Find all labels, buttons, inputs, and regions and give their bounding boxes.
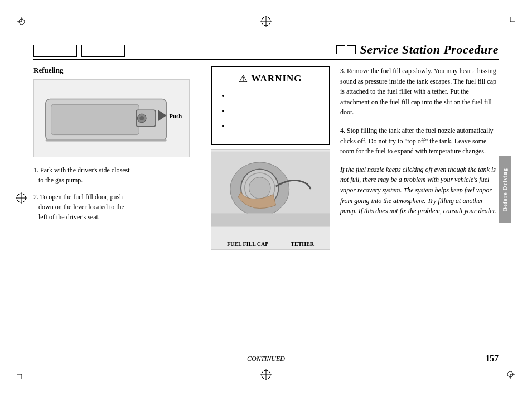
- right-column: 3. Remove the fuel fill cap slowly. You …: [335, 66, 499, 363]
- continued-text: CONTINUED: [188, 355, 344, 363]
- header-square-2: [347, 45, 356, 54]
- fuel-cap-image: FUEL FILL CAP TETHER: [211, 149, 330, 250]
- header-squares: [336, 45, 356, 54]
- section-title: Refueling: [33, 66, 206, 75]
- fuel-door-illustration: Push: [33, 79, 190, 157]
- header-tab-1: [33, 45, 77, 57]
- corner-mark-tl: [17, 17, 27, 27]
- svg-point-15: [139, 116, 144, 120]
- fuel-cap-svg: [211, 150, 330, 228]
- reg-mark-bottom: [260, 369, 272, 380]
- warning-box: ⚠ WARNING: [211, 66, 330, 145]
- svg-text:Push: Push: [170, 113, 182, 119]
- footer-right: 157: [344, 354, 499, 364]
- step-4-text: 4. Stop filling the tank after the fuel …: [340, 125, 499, 157]
- side-tab-label: Before Driving: [502, 168, 508, 211]
- corner-mark-bl: [17, 369, 27, 379]
- step-2-text: 2. To open the fuel fill door, push down…: [33, 192, 206, 222]
- svg-rect-23: [211, 213, 330, 226]
- tether-label: TETHER: [291, 241, 314, 247]
- step-1-text: 1. Park with the driver's side closest t…: [33, 165, 206, 185]
- warning-bullet-3: [230, 120, 321, 131]
- page-number: 157: [485, 354, 499, 363]
- main-content: Refueling Push 1. Park with: [33, 66, 499, 363]
- warning-header: ⚠ WARNING: [220, 73, 321, 85]
- svg-rect-17: [46, 139, 167, 141]
- italic-paragraph: If the fuel nozzle keeps clicking off ev…: [340, 165, 499, 216]
- page-title: Service Station Procedure: [360, 42, 499, 57]
- side-tab: Before Driving: [499, 156, 511, 223]
- footer: CONTINUED 157: [33, 350, 499, 364]
- warning-bullet-2: [230, 105, 321, 116]
- warning-bullet-1: [230, 90, 321, 101]
- corner-mark-tr: [505, 17, 515, 27]
- header-right: Service Station Procedure: [336, 42, 499, 57]
- warning-title: WARNING: [251, 73, 302, 84]
- fuel-door-svg: Push: [34, 80, 189, 157]
- step-3-text: 3. Remove the fuel fill cap slowly. You …: [340, 66, 499, 118]
- middle-column: ⚠ WARNING: [206, 66, 335, 363]
- header-tab-2: [81, 45, 125, 57]
- warning-triangle-icon: ⚠: [239, 73, 248, 85]
- header: Service Station Procedure: [33, 32, 499, 60]
- reg-mark-top: [260, 16, 272, 27]
- reg-mark-left: [16, 192, 27, 204]
- fuel-cap-labels: FUEL FILL CAP TETHER: [211, 239, 330, 249]
- header-tabs: [33, 45, 125, 57]
- svg-rect-12: [51, 104, 139, 134]
- svg-point-22: [249, 177, 270, 199]
- left-column: Refueling Push 1. Park with: [33, 66, 206, 363]
- corner-mark-br: [505, 369, 515, 379]
- fuel-fill-cap-label: FUEL FILL CAP: [227, 241, 268, 247]
- header-square-1: [336, 45, 345, 54]
- warning-bullets: [220, 90, 321, 132]
